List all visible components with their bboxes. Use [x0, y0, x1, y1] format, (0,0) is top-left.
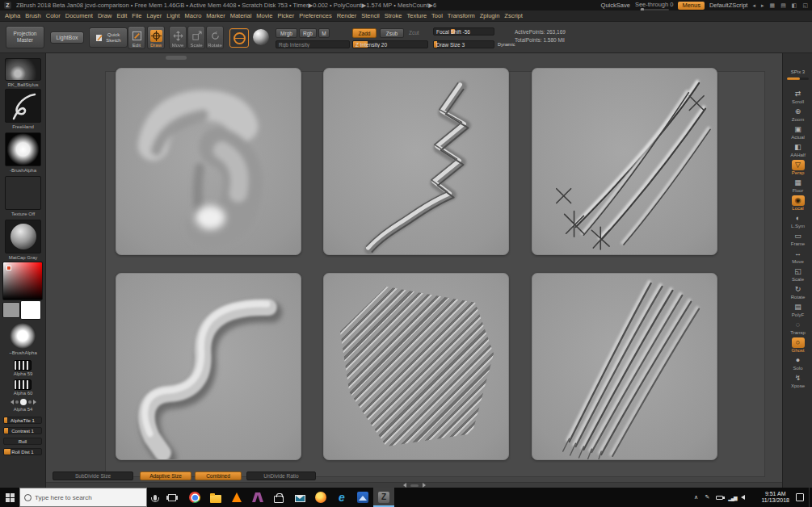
menu-item[interactable]: Picker: [277, 12, 294, 19]
chrome-icon[interactable]: [184, 488, 205, 507]
scroll-button[interactable]: ⇄ Scroll: [785, 89, 811, 104]
canvas-area[interactable]: SubDivide Size Adaptive Size Combined Un…: [46, 53, 782, 488]
move-button[interactable]: ↔ Move: [785, 249, 811, 264]
menus-button[interactable]: Menus: [678, 2, 705, 10]
screen-icon[interactable]: ◱: [802, 0, 808, 10]
lightbox-button[interactable]: LightBox: [50, 31, 84, 44]
quicksave-button[interactable]: QuickSave: [601, 2, 630, 9]
polyf-button[interactable]: ▤ PolyF: [785, 302, 811, 317]
file-explorer-icon[interactable]: [205, 488, 226, 507]
selected-alpha-dot-icon[interactable]: [20, 399, 27, 405]
canvas-snapshot-sketch-lines[interactable]: [532, 68, 717, 255]
taskbar-search[interactable]: [19, 488, 147, 507]
dynamic-label[interactable]: Dynamic: [498, 42, 515, 47]
draw-button[interactable]: Draw: [147, 26, 165, 49]
brush-alpha-thumbnail[interactable]: [10, 323, 36, 349]
menu-item[interactable]: Stencil: [361, 12, 380, 19]
local-button[interactable]: ◉ Local: [785, 195, 811, 211]
see-through-slider[interactable]: See-through 0: [635, 1, 674, 10]
gradient-sphere-icon[interactable]: [253, 29, 269, 45]
menu-item[interactable]: Alpha: [5, 12, 20, 19]
xpose-button[interactable]: ↯ Xpose: [785, 373, 811, 388]
actual-button[interactable]: ▣ Actual: [785, 124, 811, 140]
hidden-icons-chevron[interactable]: ∧: [690, 494, 701, 501]
current-material-thumbnail[interactable]: [5, 220, 41, 254]
combined-button[interactable]: Combined: [195, 471, 242, 480]
contrast-slider[interactable]: Contrast 1: [3, 427, 42, 434]
menu-item[interactable]: Layer: [146, 12, 162, 19]
canvas-snapshot-zigzag-ribbon[interactable]: [323, 68, 509, 255]
roll-button[interactable]: Roll: [3, 438, 42, 445]
mic-button[interactable]: [147, 488, 163, 507]
mail-icon[interactable]: [289, 488, 310, 507]
menu-item[interactable]: Edit: [116, 12, 127, 19]
spix-slider[interactable]: [787, 78, 809, 80]
menu-item[interactable]: Draw: [98, 12, 112, 19]
current-brush-thumbnail[interactable]: [5, 58, 41, 81]
menu-item[interactable]: Movie: [256, 12, 272, 19]
start-button[interactable]: [0, 488, 19, 507]
alpha-selector-row[interactable]: [0, 399, 46, 405]
menu-item[interactable]: Zscript: [504, 12, 523, 19]
mrgb-button[interactable]: Mrgb: [276, 28, 297, 38]
action-center-icon[interactable]: [796, 493, 804, 501]
alpha-dot-icon[interactable]: [15, 400, 19, 404]
menu-item[interactable]: Render: [337, 12, 357, 19]
edge-icon[interactable]: [331, 488, 352, 507]
canvas-horizontal-scrollbar[interactable]: [46, 482, 782, 488]
subdivide-size-slider[interactable]: SubDivide Size: [53, 471, 133, 480]
secondary-color-swatch[interactable]: [2, 302, 20, 318]
menu-item[interactable]: Color: [46, 12, 61, 19]
canvas-snapshot-thick-blobs[interactable]: [116, 68, 301, 255]
transp-button[interactable]: ◌ Transp: [785, 320, 811, 335]
menu-item[interactable]: Marker: [206, 12, 225, 19]
floor-button[interactable]: ▦ Floor: [785, 178, 811, 193]
lsym-button[interactable]: ◐ L.Sym: [785, 213, 811, 228]
menu-item[interactable]: Preferences: [299, 12, 331, 19]
task-view-button[interactable]: [163, 488, 181, 507]
vlc-icon[interactable]: [226, 488, 247, 507]
scale-button[interactable]: ◱ Scale: [785, 266, 811, 282]
color-picker[interactable]: [2, 262, 43, 300]
ghost-button[interactable]: ○ Ghost: [785, 337, 811, 353]
menu-item[interactable]: Tool: [431, 12, 443, 19]
move-button[interactable]: Move: [169, 26, 187, 49]
nav-right-icon[interactable]: ▸: [761, 0, 764, 10]
zoom-button[interactable]: ⊕ Zoom: [785, 107, 811, 122]
next-alpha-icon[interactable]: [33, 400, 36, 404]
current-alpha-thumbnail[interactable]: [5, 132, 41, 166]
rgb-intensity-slider[interactable]: Rgb Intensity: [276, 40, 350, 48]
search-input[interactable]: [35, 494, 132, 501]
projection-master-button[interactable]: Projection Master: [6, 26, 44, 48]
menu-item[interactable]: Document: [65, 12, 93, 19]
doc-icon[interactable]: ▤: [780, 0, 786, 10]
volume-icon[interactable]: [741, 495, 745, 500]
main-color-swatch[interactable]: [20, 300, 41, 320]
photos-icon[interactable]: [352, 488, 373, 507]
alpha-60-thumbnail[interactable]: [14, 379, 32, 390]
roll-dist-slider[interactable]: Roll Dist 1: [3, 448, 42, 455]
scrollbar-thumb[interactable]: [410, 484, 419, 487]
alphatile-slider[interactable]: AlphaTile 1: [3, 417, 42, 424]
current-stroke-thumbnail[interactable]: [5, 89, 41, 123]
network-icon[interactable]: ▂▄▆: [726, 495, 738, 501]
current-texture-thumbnail[interactable]: [5, 176, 41, 210]
persp-button[interactable]: ▽ Persp: [785, 160, 811, 175]
tray-splitter-handle[interactable]: [166, 56, 187, 60]
rotate-button[interactable]: Rotate: [206, 26, 224, 49]
adaptive-size-button[interactable]: Adaptive Size: [140, 471, 191, 480]
frame-button[interactable]: ▭ Frame: [785, 231, 811, 246]
rotate-button[interactable]: ↻ Rotate: [785, 284, 811, 300]
brush-preview-button[interactable]: [229, 28, 249, 48]
menu-item[interactable]: Transform: [448, 12, 475, 19]
zsub-button[interactable]: Zsub: [380, 28, 404, 38]
taskbar-clock[interactable]: 9:51 AM 11/13/2018: [761, 491, 789, 504]
alpha-dot-icon[interactable]: [28, 400, 32, 404]
alpha-59-thumbnail[interactable]: [14, 360, 32, 371]
canvas-snapshot-curved-strokes[interactable]: [532, 273, 717, 460]
show-desktop-button[interactable]: [809, 488, 812, 507]
solo-button[interactable]: ● Solo: [785, 355, 811, 371]
quick-sketch-button[interactable]: Quick Sketch: [89, 27, 128, 48]
canvas-snapshot-hatch-strokes[interactable]: [323, 273, 509, 460]
zcut-button[interactable]: Zcut: [409, 30, 419, 36]
